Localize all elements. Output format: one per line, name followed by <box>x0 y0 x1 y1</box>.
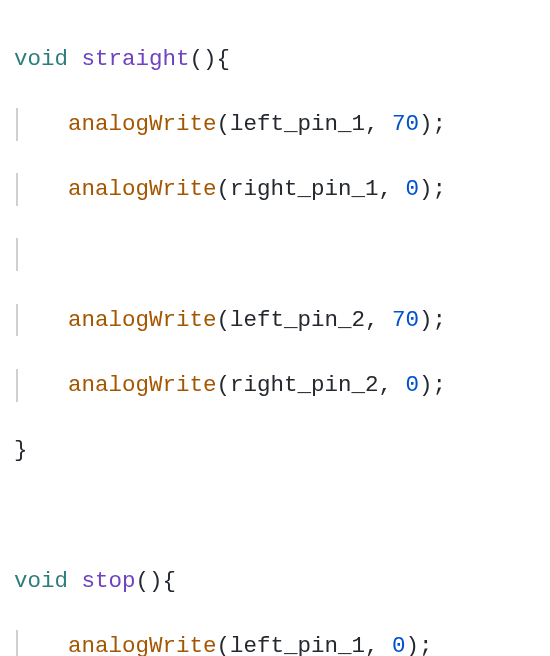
num: 70 <box>392 111 419 137</box>
num: 0 <box>406 176 420 202</box>
num: 70 <box>392 307 419 333</box>
code-line: } <box>14 434 540 467</box>
code-line: analogWrite(left_pin_2, 70); <box>14 304 540 337</box>
call-name: analogWrite <box>68 176 217 202</box>
code-block: void straight(){ analogWrite(left_pin_1,… <box>0 0 550 656</box>
arg: right_pin_1 <box>230 176 379 202</box>
code-line: void straight(){ <box>14 43 540 76</box>
call-name: analogWrite <box>68 633 217 656</box>
function-name: stop <box>82 568 136 594</box>
paren-open: (){ <box>136 568 177 594</box>
code-line-blank <box>14 499 540 532</box>
code-line: analogWrite(right_pin_1, 0); <box>14 173 540 206</box>
code-line: void stop(){ <box>14 565 540 598</box>
arg: left_pin_2 <box>230 307 365 333</box>
arg: left_pin_1 <box>230 111 365 137</box>
code-line: analogWrite(right_pin_2, 0); <box>14 369 540 402</box>
code-line: analogWrite(left_pin_1, 0); <box>14 630 540 656</box>
keyword-void: void <box>14 46 68 72</box>
call-name: analogWrite <box>68 307 217 333</box>
paren-open: (){ <box>190 46 231 72</box>
call-name: analogWrite <box>68 111 217 137</box>
arg: right_pin_2 <box>230 372 379 398</box>
code-line: analogWrite(left_pin_1, 70); <box>14 108 540 141</box>
arg: left_pin_1 <box>230 633 365 656</box>
function-name: straight <box>82 46 190 72</box>
code-line-blank <box>14 238 540 271</box>
num: 0 <box>392 633 406 656</box>
keyword-void: void <box>14 568 68 594</box>
num: 0 <box>406 372 420 398</box>
call-name: analogWrite <box>68 372 217 398</box>
